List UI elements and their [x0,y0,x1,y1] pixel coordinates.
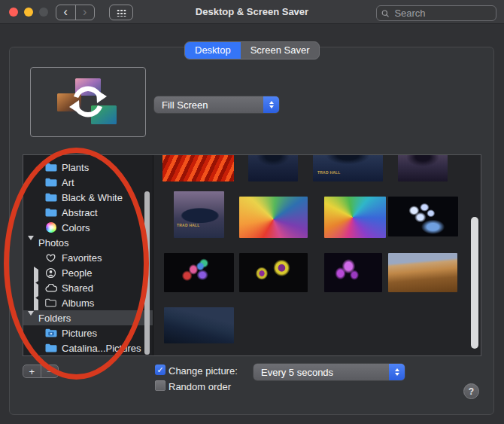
disclosure-open-icon[interactable] [28,236,34,252]
sidebar-item-abstract[interactable]: Abstract [23,205,153,220]
popup-chevrons-icon [263,96,279,113]
tab-control: Desktop Screen Saver [184,41,320,59]
cloud-icon [44,284,57,292]
sidebar-item-shared[interactable]: Shared [23,280,153,295]
sidebar-item-label: Art [62,177,74,188]
wallpaper-preview-well[interactable] [30,67,146,137]
wallpaper-thumb-purple-flowers[interactable] [324,253,382,292]
change-picture-label: Change picture: [169,365,238,377]
wallpaper-thumb-paint-swirl[interactable] [324,197,386,238]
sidebar-item-label: Catalina...Pictures [62,343,141,354]
wallpaper-thumb-dark-flower[interactable] [164,253,234,292]
wallpaper-thumb-night-dune[interactable] [164,307,234,343]
wallpaper-thumb-red-waves[interactable] [162,155,234,181]
wallpaper-thumb-island-night-2[interactable]: TRAD HALL [313,155,383,181]
random-order-checkbox[interactable] [155,380,165,391]
sidebar-item-label: Black & White [62,192,123,203]
rotating-wallpapers-icon [56,78,120,127]
checkmark-icon: ✓ [156,365,163,375]
sidebar-item-label: Albums [62,297,94,309]
search-field[interactable] [376,5,496,21]
interval-value: Every 5 seconds [254,367,389,378]
folder-icon [44,208,57,217]
remove-folder-button[interactable]: − [41,365,59,377]
add-folder-button[interactable]: + [23,365,41,377]
disclosure-open-icon[interactable] [28,311,34,327]
sidebar-item-catalina-pictures[interactable]: Catalina...Pictures [23,340,153,355]
help-button[interactable]: ? [463,383,479,399]
fill-mode-popup[interactable]: Fill Screen [154,96,279,113]
add-remove-group: + − [23,365,59,378]
show-all-button[interactable] [109,5,133,20]
tab-screen-saver[interactable]: Screen Saver [241,42,320,59]
heart-icon [44,253,57,263]
person-icon [44,267,57,279]
sidebar-item-label: Plants [62,162,89,173]
sidebar-list: PlantsArtBlack & WhiteAbstractColorsPhot… [23,160,153,355]
fill-mode-value: Fill Screen [154,99,263,111]
wallpaper-thumb-island-night-1[interactable] [248,155,298,181]
sidebar-item-albums[interactable]: Albums [23,295,153,310]
sidebar-item-black-white[interactable]: Black & White [23,190,153,205]
sidebar-item-favorites[interactable]: Favorites [23,250,153,265]
back-button[interactable]: ‹ [56,5,75,20]
sidebar-item-plants[interactable]: Plants [23,160,153,175]
grid-scrollbar[interactable] [471,217,478,349]
folder-camera-icon [44,328,57,337]
wallpaper-thumb-white-flowers[interactable] [388,197,458,236]
thumb-caption: TRAD HALL [177,224,200,228]
forward-button[interactable]: › [75,5,95,20]
sidebar-item-label: Photos [38,237,68,249]
sidebar-item-pictures[interactable]: Pictures [23,325,153,340]
sidebar-item-label: Colors [62,222,90,233]
folder-outline-icon [44,298,57,307]
search-icon [381,9,389,18]
grid-icon [116,8,127,17]
change-picture-checkbox[interactable]: ✓ [155,365,165,375]
wallpaper-thumb-paint-burst[interactable] [239,197,308,238]
search-input[interactable] [393,7,491,20]
desktop-screensaver-window: Desktop & Screen Saver ‹ › Desktop Scree… [0,0,504,424]
sidebar-section-photos[interactable]: Photos [23,235,153,250]
sidebar-item-label: Shared [62,282,93,294]
color-wheel-icon [44,222,57,233]
sidebar-item-colors[interactable]: Colors [23,220,153,235]
wallpaper-thumb-yellow-flowers[interactable] [239,253,308,292]
sidebar-item-label: Pictures [62,328,97,339]
source-list: PlantsArtBlack & WhiteAbstractColorsPhot… [23,155,153,355]
folder-icon [44,163,57,172]
thumb-caption: TRAD HALL [317,171,341,175]
sidebar-item-label: Favorites [62,252,102,264]
wallpaper-thumb-golden-dune[interactable] [388,253,457,292]
wallpaper-thumb-catalina-day[interactable]: TRAD HALL [174,191,224,238]
sidebar-item-label: Folders [38,313,71,324]
folder-icon [44,193,57,202]
tab-desktop[interactable]: Desktop [185,42,241,59]
sidebar-section-folders[interactable]: Folders [23,310,153,325]
source-and-grid-panes: PlantsArtBlack & WhiteAbstractColorsPhot… [23,154,481,356]
nav-buttons: ‹ › [56,5,95,20]
interval-popup[interactable]: Every 5 seconds [254,364,405,380]
sidebar-item-people[interactable]: People [23,265,153,280]
popup-chevrons-icon [389,364,405,380]
sidebar-item-label: People [62,267,92,279]
sidebar-item-art[interactable]: Art [23,175,153,190]
title-bar: Desktop & Screen Saver ‹ › [0,0,504,24]
random-order-label: Random order [169,381,231,392]
folder-icon [44,343,57,352]
folder-icon [44,178,57,187]
wallpaper-thumb-island-dusk[interactable] [398,155,448,181]
sidebar-scrollbar[interactable] [144,191,150,355]
sidebar-item-label: Abstract [62,207,98,218]
wallpaper-grid: TRAD HALLTRAD HALL [153,155,481,355]
